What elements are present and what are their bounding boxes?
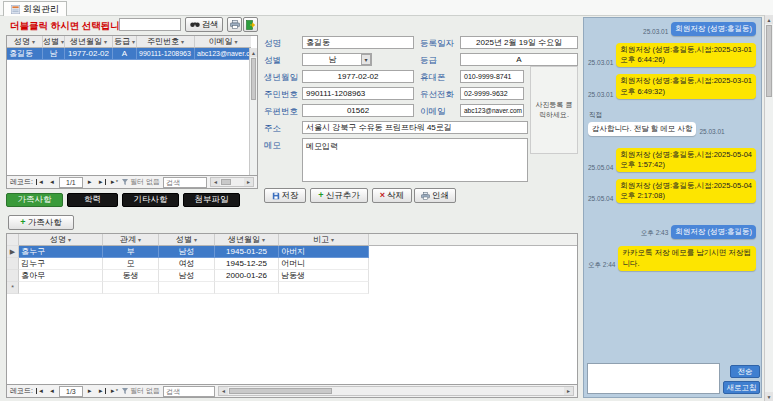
column-header[interactable]: 관계▾ xyxy=(103,234,159,246)
grid-cell[interactable]: 아버지 xyxy=(279,246,369,258)
refresh-button[interactable]: 새로고침 xyxy=(723,381,760,394)
mobile-field[interactable]: 010-9999-8741 xyxy=(460,70,524,83)
nav-last-icon[interactable]: ► xyxy=(97,388,106,394)
grid-cell[interactable]: A xyxy=(113,48,137,60)
grid-cell[interactable]: 김누구 xyxy=(19,258,103,270)
nav-last-icon[interactable]: ► xyxy=(97,179,106,185)
nav-first-icon[interactable]: ◄ xyxy=(36,179,45,185)
nav-new-record-icon[interactable]: ►* xyxy=(109,388,119,394)
print-button[interactable]: 인쇄 xyxy=(414,188,456,203)
grid-cell[interactable] xyxy=(215,282,279,294)
photo-upload-area[interactable]: 사진등록 클릭하세요. xyxy=(530,66,578,154)
grid-cell[interactable]: 여성 xyxy=(159,258,215,270)
print-tool-button[interactable] xyxy=(227,17,242,32)
member-grid-vertical-scrollbar[interactable]: ▲ xyxy=(249,48,257,175)
attachments-section-button[interactable]: 첨부파일 xyxy=(183,193,240,207)
zip-field[interactable]: 01562 xyxy=(302,104,414,117)
grid-cell[interactable]: 990111-1208963 xyxy=(137,48,195,60)
nav-next-icon[interactable]: ► xyxy=(86,179,94,185)
grid-cell[interactable]: 1945-01-25 xyxy=(215,246,279,258)
grade-field[interactable]: A xyxy=(460,53,578,66)
filter-status[interactable]: 필터 없음 xyxy=(122,177,160,187)
grid-cell[interactable]: 남 xyxy=(43,48,65,60)
scrollbar-thumb[interactable] xyxy=(229,388,332,394)
member-row-selected[interactable]: 홍길동 남 1977-02-02 A 990111-1208963 abc123… xyxy=(7,48,257,60)
tel-field[interactable]: 02-9999-9632 xyxy=(460,87,524,100)
family-row-selected[interactable]: ▶ 홍누구 부 남성 1945-01-25 아버지 xyxy=(7,246,577,258)
scrollbar-track[interactable] xyxy=(220,178,244,186)
grid-cell[interactable]: 홍누구 xyxy=(19,246,103,258)
column-header[interactable]: 성명▾ xyxy=(19,234,103,246)
search-button[interactable]: 검색 xyxy=(185,17,223,32)
column-header[interactable]: 성별▾ xyxy=(159,234,215,246)
column-header[interactable]: 생년월일▾ xyxy=(215,234,279,246)
column-header[interactable]: 성별▾ xyxy=(43,36,65,48)
scroll-left-icon[interactable]: ◄ xyxy=(219,387,228,395)
row-selector[interactable] xyxy=(7,258,19,270)
add-new-button[interactable]: + 신규추가 xyxy=(310,188,368,203)
column-header[interactable]: 생년월일▾ xyxy=(65,36,113,48)
education-section-button[interactable]: 학력 xyxy=(67,193,118,207)
chat-input[interactable] xyxy=(587,363,720,394)
scrollbar-thumb[interactable] xyxy=(766,25,772,97)
grid-cell[interactable]: 2000-01-26 xyxy=(215,270,279,282)
nav-prev-icon[interactable]: ◄ xyxy=(48,179,56,185)
member-search-input[interactable] xyxy=(119,18,181,31)
grid-cell[interactable]: 모 xyxy=(103,258,159,270)
nav-first-icon[interactable]: ◄ xyxy=(36,388,45,394)
scroll-up-icon[interactable]: ▲ xyxy=(250,48,257,57)
send-button[interactable]: 전송 xyxy=(730,365,760,378)
scrollbar-track[interactable] xyxy=(228,387,564,395)
column-header[interactable]: 성명▾ xyxy=(7,36,43,48)
grid-cell[interactable]: 남성 xyxy=(159,246,215,258)
row-selector[interactable]: ▶ xyxy=(7,246,19,258)
grid-cell[interactable]: 남성 xyxy=(159,270,215,282)
family-new-row[interactable]: * xyxy=(7,282,577,294)
jumin-field[interactable]: 990111-1208963 xyxy=(302,87,414,100)
family-grid-horizontal-scrollbar[interactable]: ◄ ► xyxy=(218,386,574,396)
filter-status[interactable]: 필터 없음 xyxy=(122,386,160,396)
grid-cell[interactable]: abc123@naver.com xyxy=(195,48,251,60)
record-search-input[interactable] xyxy=(163,386,215,397)
scroll-down-icon[interactable]: ▼ xyxy=(765,392,773,401)
grid-cell[interactable] xyxy=(279,282,369,294)
nav-new-record-icon[interactable]: ►* xyxy=(109,179,119,185)
grid-cell[interactable]: 어머니 xyxy=(279,258,369,270)
grid-cell[interactable]: 홍길동 xyxy=(7,48,43,60)
grid-cell[interactable]: 부 xyxy=(103,246,159,258)
grid-cell[interactable]: 1977-02-02 xyxy=(65,48,113,60)
memo-field[interactable]: 메모입력 xyxy=(302,138,528,182)
scrollbar-thumb[interactable] xyxy=(221,179,231,185)
regdate-field[interactable]: 2025년 2월 19일 수요일 xyxy=(460,36,578,49)
grid-cell[interactable]: 동생 xyxy=(103,270,159,282)
grid-cell[interactable]: 1945-12-25 xyxy=(215,258,279,270)
etc-section-button[interactable]: 기타사항 xyxy=(122,193,179,207)
row-selector[interactable] xyxy=(7,270,19,282)
scroll-left-icon[interactable]: ◄ xyxy=(211,178,220,186)
exit-tool-button[interactable] xyxy=(243,17,258,32)
column-header[interactable]: 등급▾ xyxy=(113,36,137,48)
family-row[interactable]: 김누구 모 여성 1945-12-25 어머니 xyxy=(7,258,577,270)
scroll-right-icon[interactable]: ► xyxy=(564,387,573,395)
delete-button[interactable]: × 삭제 xyxy=(372,188,412,203)
column-header[interactable]: 이메일▾ xyxy=(195,36,251,48)
email-field[interactable]: abc123@naver.com xyxy=(460,104,524,117)
grid-cell[interactable] xyxy=(159,282,215,294)
add-family-button[interactable]: + 가족사항 xyxy=(8,215,74,230)
nav-prev-icon[interactable]: ◄ xyxy=(48,388,56,394)
grid-cell[interactable] xyxy=(19,282,103,294)
save-button[interactable]: 저장 xyxy=(264,188,306,203)
nav-next-icon[interactable]: ► xyxy=(86,388,94,394)
scroll-up-icon[interactable]: ▲ xyxy=(765,15,773,24)
member-grid-horizontal-scrollbar[interactable]: ◄ ► xyxy=(210,177,254,187)
grid-cell[interactable]: 남동생 xyxy=(279,270,369,282)
window-vertical-scrollbar[interactable]: ▲ ▼ xyxy=(764,15,773,401)
new-record-marker[interactable]: * xyxy=(7,282,19,294)
address-field[interactable]: 서울시 강북구 수유동 프림프타워 45로길 xyxy=(302,121,528,134)
name-field[interactable]: 홍길동 xyxy=(302,36,414,49)
family-section-button[interactable]: 가족사항 xyxy=(6,193,63,207)
grid-cell[interactable] xyxy=(103,282,159,294)
gender-dropdown-icon[interactable]: ▾ xyxy=(361,54,371,65)
scroll-right-icon[interactable]: ► xyxy=(244,178,253,186)
tab-member-management[interactable]: 회원관리 xyxy=(3,1,67,16)
